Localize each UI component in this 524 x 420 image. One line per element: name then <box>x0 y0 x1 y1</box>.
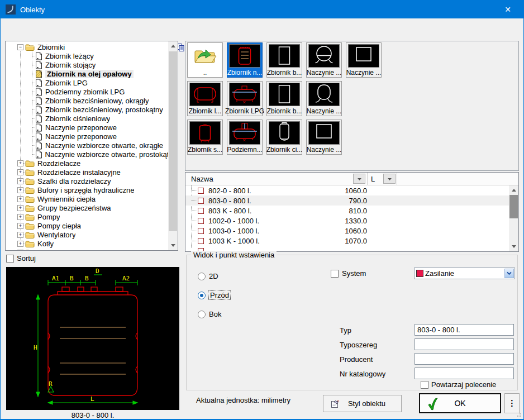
table-row[interactable]: 803 K - 800 l.810.0 <box>185 206 509 216</box>
sort-checkbox-row[interactable]: Sortuj <box>6 254 36 262</box>
tree-folder-item[interactable]: +Rozdzielacze <box>6 159 168 168</box>
title-bar[interactable]: Obiekty ✕ <box>1 1 523 18</box>
typoszereg-field[interactable] <box>415 338 514 350</box>
system-checkbox-row[interactable]: System <box>331 269 366 278</box>
preview-caption: 803-0 - 800 l. <box>6 411 179 419</box>
more-options-button[interactable]: ⋮ <box>504 393 520 413</box>
system-checkbox[interactable] <box>331 270 339 278</box>
tree-folder-item[interactable]: +Grupy bezpieczeństwa <box>6 203 168 212</box>
tree-item[interactable]: Naczynie przeponowe <box>6 132 168 141</box>
radio-front-row[interactable]: Przód <box>198 291 230 299</box>
row-checkbox[interactable] <box>198 228 204 234</box>
expand-icon[interactable]: + <box>17 178 23 184</box>
radio-2d[interactable] <box>198 273 206 280</box>
sort-checkbox[interactable] <box>6 255 14 262</box>
tree-item[interactable]: Zbiornik na olej opałowy <box>6 69 168 78</box>
tree-folder-item[interactable]: +Szafki dla rozdzielaczy <box>6 176 168 185</box>
l-filter-button[interactable] <box>383 174 396 184</box>
tree-item[interactable]: Zbiornik LPG <box>6 78 168 87</box>
tree-item[interactable]: Naczynie przeponowe <box>6 123 168 132</box>
tree-folder-item[interactable]: +Pompy <box>6 212 168 221</box>
scrollbar-thumb[interactable] <box>509 195 518 218</box>
object-tile[interactable]: Zbiornik LPG <box>227 81 263 116</box>
radio-side-row[interactable]: Bok <box>198 310 221 318</box>
chevron-down-icon[interactable] <box>504 269 514 278</box>
nazwa-filter-button[interactable] <box>353 174 365 184</box>
scroll-up-icon[interactable] <box>168 41 178 51</box>
object-tile[interactable]: Naczynie ... <box>306 120 342 155</box>
row-checkbox[interactable] <box>198 208 204 214</box>
repeat-command-row[interactable]: Powtarzaj polecenie <box>421 380 496 389</box>
object-tile[interactable]: Zbiornik l... <box>187 81 223 116</box>
typ-field[interactable] <box>415 324 514 336</box>
tree-item[interactable]: Zbiornik stojący <box>6 60 168 69</box>
expand-icon[interactable]: + <box>17 232 23 238</box>
column-divider[interactable] <box>367 173 368 185</box>
repeat-command-checkbox[interactable] <box>421 381 428 389</box>
scroll-down-icon[interactable] <box>168 241 178 250</box>
producent-field[interactable] <box>415 353 514 365</box>
object-tile[interactable]: Naczynie ... <box>306 42 342 78</box>
object-tile[interactable]: Zbiornik ci... <box>266 120 302 155</box>
tree-scrollbar[interactable] <box>168 41 178 250</box>
radio-front[interactable] <box>198 292 206 299</box>
tree-item[interactable]: Zbiornik ciśnieniowy <box>6 114 168 123</box>
expand-icon[interactable]: + <box>17 187 23 193</box>
expand-icon[interactable]: + <box>17 223 23 229</box>
expand-icon[interactable]: + <box>17 196 23 202</box>
column-header-l[interactable]: L <box>371 175 375 183</box>
tree-item[interactable]: Zbiornik bezciśnieniowy, okrągły <box>6 96 168 105</box>
scrollbar-thumb[interactable] <box>169 51 177 231</box>
object-tile[interactable]: Naczynie ... <box>346 42 382 78</box>
expand-icon[interactable]: + <box>17 241 23 247</box>
object-style-button[interactable]: Styl obiektu <box>323 395 402 412</box>
ok-button[interactable]: OK <box>419 393 501 413</box>
scroll-down-icon[interactable] <box>509 242 518 251</box>
table-row[interactable] <box>185 246 509 251</box>
row-checkbox[interactable] <box>198 188 204 194</box>
radio-2d-row[interactable]: 2D <box>198 272 218 280</box>
tree-folder-item[interactable]: +Pompy ciepła <box>6 221 168 230</box>
tree-item[interactable]: Podziemny zbiornik LPG <box>6 87 168 96</box>
collapse-icon[interactable]: − <box>17 44 23 50</box>
tree-folder-item[interactable]: +Wentylatory <box>6 230 168 239</box>
tree-item-root[interactable]: −Zbiorniki <box>6 42 168 51</box>
scroll-up-icon[interactable] <box>509 185 518 195</box>
radio-side[interactable] <box>198 311 206 318</box>
object-tile[interactable]: Podziemn... <box>227 120 263 155</box>
table-row[interactable]: 1003 K - 1000 l.1070.0 <box>185 236 509 246</box>
column-divider[interactable] <box>397 173 397 185</box>
table-row[interactable]: 1003-0 - 1000 l.1060.0 <box>185 226 509 236</box>
table-row[interactable]: 1002-0 - 1000 l.1330.0 <box>185 216 509 226</box>
table-scrollbar[interactable] <box>509 185 518 251</box>
resize-grip[interactable] <box>515 411 521 417</box>
tree-folder-item-partial[interactable]: + <box>6 248 168 250</box>
table-row[interactable]: 802-0 - 800 l.1060.0 <box>185 185 509 195</box>
tree-item[interactable]: Zbiornik leżący <box>6 51 168 60</box>
tree-folder-item[interactable]: +Kotły <box>6 239 168 248</box>
object-tile[interactable]: .. <box>187 42 223 78</box>
expand-icon[interactable]: + <box>17 160 23 166</box>
tree-folder-item[interactable]: +Wymienniki ciepła <box>6 194 168 203</box>
expand-icon[interactable]: + <box>17 169 23 175</box>
row-checkbox[interactable] <box>198 238 204 244</box>
object-tile[interactable]: Zbiornik n... <box>227 42 263 78</box>
system-combobox[interactable]: Zasilanie <box>414 268 515 279</box>
tree-folder-item[interactable]: +Rozdzielacze instalacyjne <box>6 168 168 176</box>
tree-folder-item[interactable]: +Bufory i sprzęgła hydrauliczne <box>6 185 168 194</box>
row-checkbox[interactable] <box>198 198 204 204</box>
object-tile[interactable]: Zbiornik s... <box>187 120 223 155</box>
expand-icon[interactable]: + <box>17 205 23 211</box>
expand-icon[interactable]: + <box>17 214 23 220</box>
row-checkbox[interactable] <box>198 218 204 224</box>
object-tile[interactable]: Zbiornik b... <box>266 81 302 116</box>
tree-item[interactable]: Zbiornik bezciśnieniowy, prostokątny <box>6 105 168 114</box>
tree-item[interactable]: Naczynie wzbiorcze otwarte, okrągłe <box>6 141 168 150</box>
column-header-nazwa[interactable]: Nazwa <box>191 175 213 183</box>
object-tile[interactable]: Naczynie ... <box>306 81 342 116</box>
table-row[interactable]: 803-0 - 800 l.790.0 <box>185 195 509 206</box>
nr-katalogowy-field[interactable] <box>415 367 514 379</box>
close-button[interactable]: ✕ <box>500 4 516 15</box>
tree-item[interactable]: Naczynie wzbiorcze otwarte, prostokątne <box>6 150 168 159</box>
object-tile[interactable]: Zbiornik b... <box>266 42 302 78</box>
